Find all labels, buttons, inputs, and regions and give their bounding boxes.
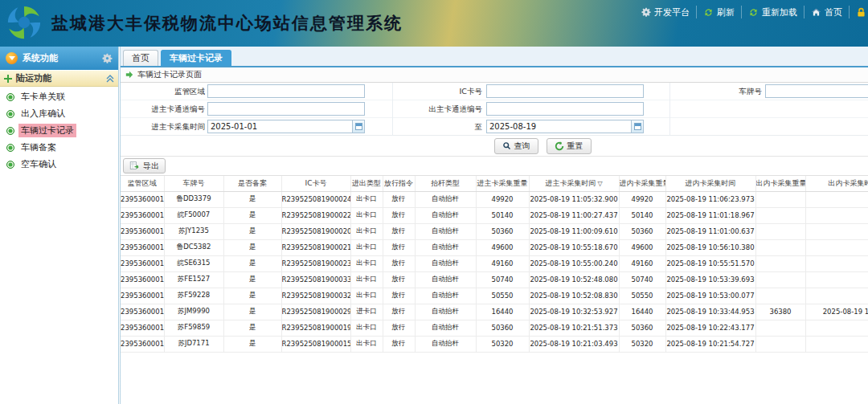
undo-arrow-icon: [555, 141, 564, 151]
table-cell: 放行: [383, 271, 415, 288]
column-header-5[interactable]: 放行指令: [383, 176, 415, 191]
column-header-1[interactable]: 车牌号: [164, 176, 223, 191]
app-logo-icon: [6, 4, 44, 43]
sort-desc-icon: ▽: [597, 180, 602, 187]
top-menu-item-reload[interactable]: 重新加载: [742, 6, 805, 18]
sidebar-item-4[interactable]: 空车确认: [0, 156, 118, 173]
table-cell: 苏JM9990: [164, 304, 223, 320]
calendar-icon[interactable]: [631, 120, 644, 133]
table-cell: 2025-08-19 11:02: [805, 304, 868, 320]
table-cell: 2395360001: [121, 320, 164, 336]
tab-bar: 首页 车辆过卡记录: [121, 47, 868, 67]
calendar-icon[interactable]: [352, 120, 365, 133]
table-cell: 50140: [619, 207, 665, 223]
column-header-0[interactable]: 监管区域: [121, 176, 164, 191]
table-cell: 50360: [619, 223, 665, 239]
plate-input[interactable]: [765, 84, 868, 98]
table-cell: 2025-08-19 10:33:44.953: [665, 304, 755, 320]
top-menu-item-gear[interactable]: 开发平台: [635, 6, 697, 18]
column-header-2[interactable]: 是否备案: [223, 176, 281, 191]
column-header-6[interactable]: 抬杆类型: [415, 176, 476, 191]
column-header-8[interactable]: 进主卡采集时间▽: [529, 176, 619, 191]
home-icon: [811, 7, 821, 18]
top-menu-item-refresh[interactable]: 刷新: [697, 6, 742, 18]
table-cell: R239525081900019: [281, 320, 350, 336]
table-cell: 苏FE1527: [164, 271, 223, 288]
plus-icon: [4, 75, 12, 83]
gear-icon[interactable]: [102, 53, 113, 63]
table-cell: 自动抬杆: [415, 191, 476, 207]
column-header-11[interactable]: 出内卡采集重量: [755, 176, 805, 191]
out-channel-input[interactable]: [486, 102, 644, 116]
table-cell: 是: [223, 304, 281, 320]
sidebar-item-1[interactable]: 出入库确认: [0, 105, 118, 122]
column-header-7[interactable]: 进主卡采集重量: [476, 176, 529, 191]
table-row[interactable]: 2395360001苏JY1235是R239525081900020出卡口放行自…: [121, 223, 868, 239]
table-cell: R239525081900020: [281, 223, 350, 239]
tab-home[interactable]: 首页: [123, 50, 158, 66]
table-cell: 放行: [383, 191, 415, 207]
table-cell: 是: [223, 336, 281, 352]
in-time-from-input[interactable]: [207, 120, 352, 133]
table-cell: 50140: [476, 207, 529, 223]
sidebar-item-3[interactable]: 车辆备案: [0, 139, 118, 156]
in-channel-input[interactable]: [207, 102, 365, 116]
sidebar-item-2[interactable]: 车辆过卡记录: [0, 122, 118, 139]
plate-label: 车牌号: [674, 87, 762, 97]
table-cell: 2395360001: [121, 271, 164, 288]
refresh-icon: [703, 7, 714, 18]
column-header-12[interactable]: 出内卡采集时间: [805, 176, 868, 191]
region-input[interactable]: [207, 84, 365, 98]
table-cell: [755, 239, 805, 255]
collapse-chevron-icon[interactable]: [106, 75, 114, 83]
table-row[interactable]: 2395360001鲁DD3379是R239525081900024出卡口放行自…: [121, 191, 868, 207]
table-row[interactable]: 2395360001苏F59859是R239525081900019出卡口放行自…: [121, 320, 868, 336]
column-header-4[interactable]: 进出类型: [350, 176, 383, 191]
table-cell: 49600: [476, 239, 529, 255]
table-cell: [805, 288, 868, 304]
column-header-10[interactable]: 进内卡采集时间: [665, 176, 755, 191]
query-button[interactable]: 查询: [494, 138, 538, 154]
table-row[interactable]: 2395360001苏JD7171是R239525081900015出卡口放行自…: [121, 336, 868, 352]
reset-button[interactable]: 重置: [547, 138, 592, 154]
lock-icon[interactable]: [850, 6, 868, 18]
chevron-down-icon[interactable]: [6, 52, 18, 64]
export-button[interactable]: 导出: [123, 158, 166, 173]
table-cell: 出卡口: [350, 191, 383, 207]
table-cell: [755, 223, 805, 239]
table-cell: 2025-08-19 10:56:10.380: [665, 239, 755, 255]
table-cell: [805, 191, 868, 207]
table-cell: 50550: [619, 288, 665, 304]
table-cell: 自动抬杆: [415, 223, 476, 239]
table-cell: 放行: [383, 255, 415, 271]
table-cell: [755, 336, 805, 352]
tab-vehicle-pass-records[interactable]: 车辆过卡记录: [161, 50, 231, 66]
ic-card-input[interactable]: [486, 84, 644, 98]
in-time-to-input[interactable]: [486, 120, 631, 133]
column-header-3[interactable]: IC卡号: [281, 176, 350, 191]
table-cell: 是: [223, 320, 281, 336]
table-row[interactable]: 2395360001皖SE6315是R239525081900023出卡口放行自…: [121, 255, 868, 271]
top-menu: 开发平台刷新重新加载首页: [635, 6, 868, 18]
table-cell: 自动抬杆: [415, 271, 476, 288]
top-menu-item-home[interactable]: 首页: [805, 6, 850, 18]
table-row[interactable]: 2395360001苏JM9990是R239525081900029进卡口放行自…: [121, 304, 868, 320]
sidebar-section-landtransport[interactable]: 陆运功能: [0, 70, 118, 87]
table-cell: 2025-08-19 11:05:32.900: [529, 191, 619, 207]
column-header-9[interactable]: 进内卡采集重量: [619, 176, 665, 191]
table-cell: 出卡口: [350, 336, 383, 352]
table-row[interactable]: 2395360001苏F59228是R239525081900032出卡口放行自…: [121, 288, 868, 304]
table-cell: 2025-08-19 10:21:54.727: [665, 336, 755, 352]
table-cell: [805, 223, 868, 239]
table-row[interactable]: 2395360001皖F50007是R239525081900022出卡口放行自…: [121, 207, 868, 223]
table-cell: 苏JY1235: [164, 223, 223, 239]
records-table: 监管区域车牌号是否备案IC卡号进出类型放行指令抬杆类型进主卡采集重量进主卡采集时…: [121, 176, 868, 353]
table-cell: 50740: [619, 271, 665, 288]
table-cell: 放行: [383, 288, 415, 304]
app-header: 盐城港大丰保税物流中心场站信息管理系统 开发平台刷新重新加载首页: [0, 0, 868, 47]
table-row[interactable]: 2395360001鲁DC5382是R239525081900021出卡口放行自…: [121, 239, 868, 255]
sidebar-item-0[interactable]: 车卡单关联: [0, 88, 118, 105]
table-cell: 50360: [476, 320, 529, 336]
table-cell: 2395360001: [121, 304, 164, 320]
table-row[interactable]: 2395360001苏FE1527是R239525081900033出卡口放行自…: [121, 271, 868, 288]
